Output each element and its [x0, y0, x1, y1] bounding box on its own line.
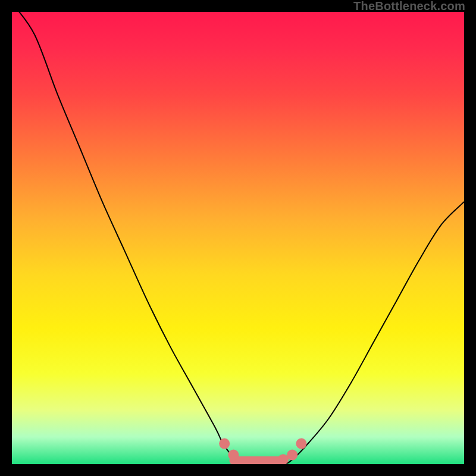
chart-frame: TheBottleneck.com: [0, 0, 476, 476]
curve-layer: [12, 12, 464, 464]
marker-dot: [219, 439, 230, 449]
attribution-text: TheBottleneck.com: [353, 0, 465, 12]
marker-dot: [228, 450, 239, 461]
marker-dot: [287, 450, 298, 461]
bottleneck-curve: [12, 12, 464, 464]
plot-area: [12, 12, 464, 464]
marker-dot: [296, 439, 306, 449]
